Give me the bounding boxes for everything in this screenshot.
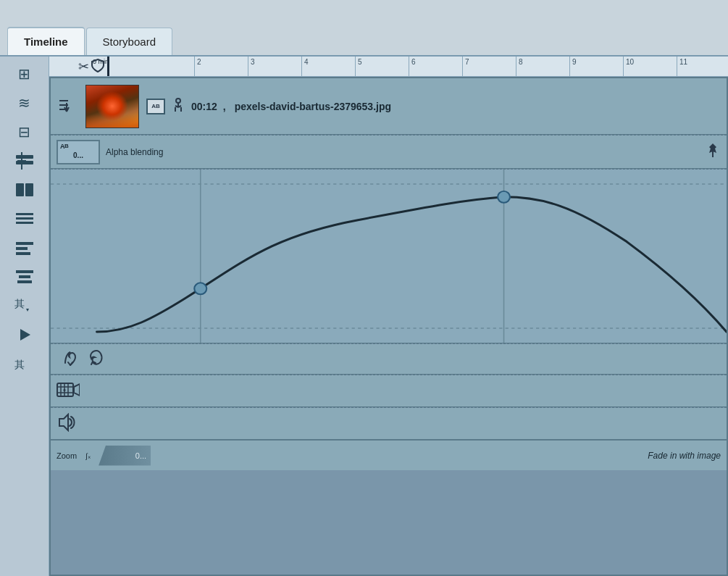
audio-track	[51, 408, 727, 440]
ruler-mark-11: 11	[677, 57, 728, 76]
play-icon[interactable]	[9, 322, 41, 348]
svg-rect-6	[16, 213, 33, 215]
ruler-mark-4: 4	[301, 57, 355, 76]
svg-point-38	[498, 191, 510, 203]
svg-marker-17	[20, 329, 30, 341]
svg-rect-12	[16, 270, 33, 273]
main-layout: ⊞ ≋ ⊟	[0, 57, 728, 576]
svg-marker-48	[59, 414, 68, 430]
pin-icon[interactable]	[706, 142, 719, 162]
svg-rect-10	[16, 247, 28, 250]
svg-rect-4	[16, 183, 24, 196]
list-icon[interactable]	[9, 206, 41, 232]
svg-rect-0	[16, 155, 33, 159]
track-info: AB 00:12, pexels-david-bartus-2	[146, 97, 721, 116]
audio-icon[interactable]	[57, 413, 78, 435]
ruler: ✂ 0 min 2 3 4 5 6 7 8 9 10	[49, 57, 728, 77]
svg-rect-13	[19, 275, 30, 278]
align-left-icon[interactable]	[9, 235, 41, 261]
sidebar: ⊞ ≋ ⊟	[0, 57, 49, 576]
timeline-area: ✂ 0 min 2 3 4 5 6 7 8 9 10	[49, 57, 728, 576]
svg-text:其: 其	[14, 298, 25, 309]
alpha-section: A B 0... Alpha blending	[51, 135, 727, 169]
ruler-mark-6: 6	[409, 57, 462, 76]
scroll-icon[interactable]	[59, 347, 81, 372]
svg-rect-9	[16, 242, 33, 245]
svg-marker-45	[74, 384, 80, 396]
svg-point-25	[176, 99, 180, 103]
trim-icon[interactable]: 其	[9, 351, 41, 377]
svg-rect-7	[16, 217, 33, 220]
ruler-mark-2: 2	[194, 57, 248, 76]
ab-icon: AB	[146, 99, 165, 114]
split-icon[interactable]	[9, 177, 41, 203]
zoom-block[interactable]: 0...	[99, 446, 151, 466]
curve-svg	[51, 170, 727, 343]
svg-rect-8	[16, 222, 33, 224]
layers-icon[interactable]: ≋	[9, 90, 41, 116]
track-header: AB 00:12, pexels-david-bartus-2	[51, 78, 727, 135]
zoom-value: 0...	[135, 451, 146, 460]
scroll-icon-2[interactable]	[85, 347, 107, 372]
track-link-icon	[171, 97, 185, 116]
ruler-mark-5: 5	[355, 57, 409, 76]
track-thumbnail	[85, 85, 139, 128]
svg-text:其: 其	[14, 359, 25, 370]
ruler-mark-7: 7	[462, 57, 516, 76]
svg-rect-5	[25, 183, 33, 196]
track-container: AB 00:12, pexels-david-bartus-2	[49, 77, 728, 576]
video-icon[interactable]	[57, 381, 80, 401]
zoom-fx-icon[interactable]: ∫ₓ	[85, 450, 97, 462]
ruler-mark-8: 8	[516, 57, 569, 76]
alpha-value: 0...	[73, 151, 83, 159]
scroll-track	[51, 344, 727, 375]
fade-label: Fade in with image	[648, 451, 721, 461]
svg-text:∫ₓ: ∫ₓ	[85, 452, 91, 460]
zoom-label: Zoom	[57, 451, 77, 460]
tab-timeline[interactable]: Timeline	[7, 27, 85, 55]
svg-point-37	[194, 283, 206, 294]
ruler-mark-9: 9	[569, 57, 623, 76]
filter-icon[interactable]: ⊟	[9, 119, 41, 145]
alpha-block[interactable]: A B 0...	[57, 140, 100, 164]
ruler-mark-3: 3	[248, 57, 301, 76]
track-collapse-icon[interactable]	[57, 98, 71, 114]
playhead[interactable]	[107, 57, 109, 76]
stack-center-icon[interactable]	[9, 264, 41, 290]
video-track	[51, 375, 727, 407]
subtitle-icon[interactable]: 其	[9, 293, 41, 319]
scissor-icon[interactable]: ✂	[78, 59, 89, 75]
add-track-icon[interactable]	[9, 148, 41, 174]
shield-icon[interactable]	[91, 58, 105, 75]
tab-storyboard[interactable]: Storyboard	[86, 28, 172, 55]
alpha-label: Alpha blending	[106, 147, 163, 157]
track-time: 00:12	[191, 101, 217, 112]
svg-marker-16	[26, 309, 29, 312]
grid-icon[interactable]: ⊞	[9, 61, 41, 87]
svg-rect-11	[16, 252, 30, 255]
track-filename: pexels-david-bartus-2379653.jpg	[235, 101, 391, 112]
ruler-mark-10: 10	[623, 57, 677, 76]
zoom-bar: Zoom ∫ₓ 0... Fade in with image	[51, 440, 727, 470]
curve-area[interactable]	[51, 170, 727, 343]
tab-bar: Timeline Storyboard	[0, 0, 728, 57]
svg-rect-14	[17, 280, 32, 283]
